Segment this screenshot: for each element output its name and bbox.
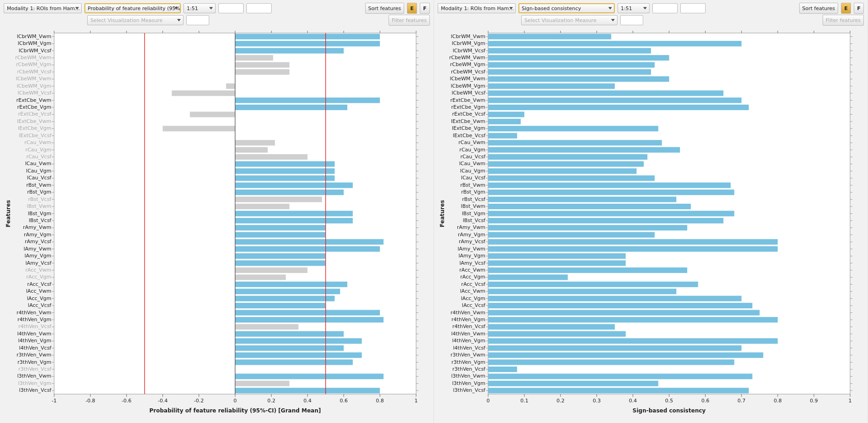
page: Modality 1: ROIs from Ham... Probability… xyxy=(0,0,868,423)
bar xyxy=(488,373,752,379)
bar xyxy=(488,183,731,188)
bar xyxy=(235,225,326,230)
sort-features-button-right[interactable]: Sort features xyxy=(799,3,839,14)
bar xyxy=(235,161,335,167)
bar xyxy=(488,261,626,266)
measure-select-right[interactable]: Sign-based consistency xyxy=(518,3,615,13)
bar xyxy=(235,55,273,61)
bar xyxy=(488,253,626,259)
svg-text:0: 0 xyxy=(487,398,490,404)
feature-label: rExtCbe_Vgm xyxy=(17,104,51,110)
bar xyxy=(235,211,353,216)
bar xyxy=(488,274,568,280)
feature-label: l3thVen_Vwm xyxy=(17,373,52,379)
modality-select[interactable]: Modality 1: ROIs from Ham... xyxy=(4,3,82,13)
chart-right: 00.10.20.30.40.50.60.70.80.91lCbrWM_Vwml… xyxy=(438,28,864,419)
bar xyxy=(235,168,335,174)
bar xyxy=(488,246,778,252)
bar xyxy=(488,197,676,202)
feature-label: lAmy_Vwm xyxy=(23,246,51,252)
sort-features-button[interactable]: Sort features xyxy=(365,3,405,14)
bar xyxy=(163,126,235,131)
range-from-input-right[interactable] xyxy=(652,3,678,13)
feature-label: lAmy_Vcsf xyxy=(26,260,52,266)
bar xyxy=(488,41,741,46)
feature-label: rBst_Vwm xyxy=(460,182,485,188)
svg-text:0.9: 0.9 xyxy=(810,398,818,404)
feature-label: l4thVen_Vwm xyxy=(17,331,52,337)
bar xyxy=(190,111,235,117)
feature-label: rBst_Vwm xyxy=(26,182,51,188)
btn-e[interactable]: E xyxy=(407,3,417,14)
bar xyxy=(488,161,644,167)
feature-label: rAmy_Vcsf xyxy=(25,239,52,245)
viz-measure-input xyxy=(186,15,209,25)
bar xyxy=(235,373,384,379)
feature-label: lCbeWM_Vwm xyxy=(16,76,51,82)
range-select-right[interactable]: 1:51 xyxy=(618,3,650,13)
bar xyxy=(235,147,268,153)
viz-measure-select-right[interactable]: Select Visualization Measure xyxy=(521,15,618,25)
bar xyxy=(226,83,235,89)
feature-label: lExtCbe_Vwm xyxy=(17,118,51,124)
bar xyxy=(235,34,380,39)
viz-measure-select-left[interactable]: Select Visualization Measure xyxy=(87,15,184,25)
bar xyxy=(235,267,308,273)
range-to-input[interactable] xyxy=(246,3,272,13)
feature-label: lAcc_Vcsf xyxy=(28,302,52,308)
bar xyxy=(235,282,348,287)
bar xyxy=(488,69,651,75)
feature-label: l4thVen_Vcsf xyxy=(453,345,486,351)
btn-f-right[interactable]: F xyxy=(854,3,864,14)
range-to-input-right[interactable] xyxy=(680,3,706,13)
bar xyxy=(235,140,275,145)
feature-label: rCbeWM_Vcsf xyxy=(451,69,486,75)
bar xyxy=(488,360,734,365)
feature-label: rCau_Vcsf xyxy=(460,154,486,160)
svg-text:0: 0 xyxy=(234,398,237,404)
feature-label: rCbeWM_Vcsf xyxy=(17,69,52,75)
bar xyxy=(235,105,348,110)
feature-label: lBst_Vgm xyxy=(28,211,51,217)
bar xyxy=(235,360,353,365)
feature-label: lCbrWM_Vwm xyxy=(17,33,51,39)
bar xyxy=(235,232,326,238)
range-from-input[interactable] xyxy=(218,3,244,13)
bar xyxy=(488,211,734,216)
bar xyxy=(235,98,380,103)
feature-label: r3thVen_Vwm xyxy=(451,352,485,358)
feature-label: rAmy_Vwm xyxy=(457,224,485,230)
btn-f[interactable]: F xyxy=(420,3,430,14)
measure-select-left[interactable]: Probability of feature reliability (95%.… xyxy=(84,3,181,13)
bar xyxy=(235,331,344,337)
chart-area-left: -1-0.8-0.6-0.4-0.200.20.40.60.81lCbrWM_V… xyxy=(4,28,430,419)
bar xyxy=(488,303,752,308)
feature-label: lAcc_Vgm xyxy=(461,295,485,301)
toolbar-row-2-right: Select Visualization Measure Filter feat… xyxy=(434,15,868,28)
feature-label: r4thVen_Vgm xyxy=(451,317,485,323)
toolbar-row-2-left: Select Visualization Measure Filter feat… xyxy=(0,15,434,28)
bar xyxy=(488,48,651,54)
svg-text:-0.2: -0.2 xyxy=(194,398,204,404)
feature-label: lAmy_Vwm xyxy=(457,246,485,252)
modality-select-right[interactable]: Modality 1: ROIs from Ham... xyxy=(438,3,516,13)
feature-label: lBst_Vwm xyxy=(461,203,485,209)
feature-label: lExtCbe_Vgm xyxy=(18,125,51,131)
feature-label: rCau_Vwm xyxy=(24,139,51,145)
bar xyxy=(488,225,687,230)
feature-label: r3thVen_Vwm xyxy=(17,352,51,358)
feature-label: rCbeWM_Vgm xyxy=(16,61,51,67)
feature-label: rBst_Vgm xyxy=(461,189,485,195)
svg-text:0.8: 0.8 xyxy=(773,398,782,404)
bar xyxy=(488,218,723,223)
feature-label: lExtCbe_Vgm xyxy=(452,125,485,131)
x-axis-label: Sign-based consistency xyxy=(633,407,706,414)
btn-e-right[interactable]: E xyxy=(841,3,851,14)
bar xyxy=(235,183,353,188)
feature-label: rAcc_Vgm xyxy=(460,274,485,280)
feature-label: rExtCbe_Vcsf xyxy=(452,111,486,117)
bar xyxy=(488,310,760,316)
range-select[interactable]: 1:51 xyxy=(184,3,216,13)
bar xyxy=(235,253,326,259)
feature-label: r4thVen_Vcsf xyxy=(18,323,52,329)
